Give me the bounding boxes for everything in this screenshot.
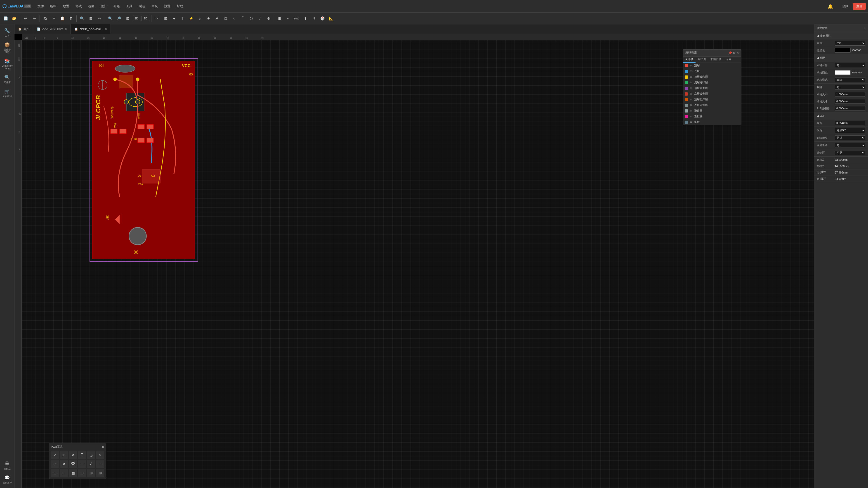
3d-view-button[interactable]: 🎲 [318, 14, 327, 23]
pcb-grid-tool[interactable]: ⊞ [96, 469, 104, 477]
tab-schematic[interactable]: 📄 AAA Joule Thief ✕ [33, 24, 71, 34]
other-section-header[interactable]: ◀ 其它 [814, 112, 868, 120]
menu-advanced[interactable]: 高級 [149, 3, 160, 10]
prop-copper-fill-dropdown[interactable]: 可見 隱藏 [835, 150, 865, 155]
sidebar-item-build[interactable]: 🏛 立創立 [1, 459, 13, 472]
layer-row-bottom-silk[interactable]: 👁 底層絲印層 [683, 80, 741, 86]
layers-pin-icon[interactable]: 📌 [728, 51, 732, 55]
pcb-copper-tool[interactable]: ▦ [69, 469, 77, 477]
view-3d-button[interactable]: 3D [141, 15, 150, 21]
pcb-drc-tool[interactable]: ✕ [69, 451, 77, 459]
view-2d-button[interactable]: 2D [132, 15, 141, 21]
layer-eye-board-outline[interactable]: 👁 [690, 115, 692, 118]
layer-eye-bottom-silk[interactable]: 👁 [690, 81, 692, 84]
zoom-out-button[interactable]: 🔎 [115, 14, 123, 23]
menu-design[interactable]: 設計 [98, 3, 110, 10]
measure-button[interactable]: ↔ [284, 14, 292, 23]
cut-button[interactable]: ✂ [50, 14, 58, 23]
prop-corner-dropdown[interactable]: 線條90° 圓弧 [835, 128, 865, 133]
layer-tab-copper[interactable]: 銅箔層 [695, 57, 708, 63]
undo-button[interactable]: ↩ [22, 14, 30, 23]
layer-eye-bottom-mask[interactable]: 👁 [690, 104, 692, 107]
notification-bell-icon[interactable]: 🔔 [828, 4, 833, 9]
pcb-arc-tool[interactable]: ◷ [87, 451, 95, 459]
component-button[interactable]: ◈ [204, 14, 213, 23]
layer-row-top-paste[interactable]: 👁 頂層鍍青層 [683, 86, 741, 91]
canvas-area[interactable]: -100 -5 0 5 10 15 20 25 30 35 40 45 50 5… [14, 34, 814, 488]
tab-pcb[interactable]: 📋 *PCB_AAA Joul... ✕ [71, 24, 111, 34]
layer-eye-top-mask[interactable]: 👁 [690, 98, 692, 101]
arc-button[interactable]: ⌒ [239, 14, 247, 23]
sidebar-item-library[interactable]: 📚 CommonlyLibrary [1, 57, 13, 72]
grid-section-header[interactable]: ◀ 網格 [814, 54, 868, 62]
tab-schematic-close[interactable]: ✕ [65, 28, 67, 31]
sidebar-item-tools[interactable]: 🔧 工具 [1, 26, 13, 39]
sidebar-item-support[interactable]: 💬 技術支持 [1, 473, 13, 486]
layer-row-top-mask[interactable]: 👁 頂層阻焊層 [683, 97, 741, 102]
prop-alt-grid-input[interactable]: 0.500mm [835, 99, 865, 104]
prop-grid-size-input[interactable]: 1.000mm [835, 92, 865, 97]
prop-line-width-input[interactable]: 0.254mm [835, 121, 865, 125]
menu-file[interactable]: 文件 [35, 3, 46, 10]
layer-row-ratsnest[interactable]: 👁 飛線層 [683, 108, 741, 113]
canvas-properties-header[interactable]: ◀ 畫布屬性 [814, 32, 868, 39]
line-button[interactable]: / [256, 14, 264, 23]
annotate-button[interactable]: ✏ [95, 14, 103, 23]
menu-settings[interactable]: 設置 [161, 3, 173, 10]
redo-button[interactable]: ↪ [30, 14, 38, 23]
sidebar-item-search[interactable]: 🔍 元件庫 [1, 73, 13, 86]
pcb-via-tool[interactable]: ⊕ [60, 451, 68, 459]
menu-format[interactable]: 格式 [73, 3, 85, 10]
search-button[interactable]: 🔍 [78, 14, 86, 23]
prop-grid-visible-dropdown[interactable]: 是 否 [835, 63, 865, 68]
pcb-circle-tool[interactable]: ○ [96, 451, 104, 459]
bus-button[interactable]: ⊟ [161, 14, 169, 23]
layer-eye-top-silk[interactable]: 👁 [690, 75, 692, 78]
polygon-button[interactable]: ⬡ [247, 14, 255, 23]
paste-button[interactable]: 📋 [58, 14, 66, 23]
junction-button[interactable]: ● [170, 14, 178, 23]
net-label-button[interactable]: ⊤ [179, 14, 187, 23]
layer-eye-bottom[interactable]: 👁 [690, 70, 692, 73]
pcb-canvas[interactable]: VCC R4 R5 [22, 40, 814, 488]
text-button[interactable]: A [213, 14, 221, 23]
new-file-button[interactable]: 📄 [2, 14, 10, 23]
pcb-cutout-tool[interactable]: ⊞ [87, 469, 95, 477]
pcb-image-tool[interactable]: 🖼 [69, 460, 77, 468]
circle-button[interactable]: ○ [230, 14, 238, 23]
layer-row-top-silk[interactable]: 👁 頂層絲印層 [683, 74, 741, 80]
tab-pcb-close[interactable]: ✕ [105, 28, 107, 31]
pcb-delete-tool[interactable]: ✕ [60, 460, 68, 468]
bg-color-swatch[interactable] [835, 48, 850, 53]
copy-button[interactable]: ⧉ [41, 14, 49, 23]
prop-snap-dropdown[interactable]: 是 否 [835, 85, 865, 90]
pcb-angle-tool[interactable]: ∠ [87, 460, 95, 468]
find-component-button[interactable]: ⊞ [87, 14, 95, 23]
menu-edit[interactable]: 編輯 [48, 3, 59, 10]
ground-button[interactable]: ⏚ [196, 14, 204, 23]
open-file-button[interactable]: 📂 [10, 14, 19, 23]
pcb-cross-tool[interactable]: ⊡ [51, 469, 59, 477]
menu-route[interactable]: 布線 [111, 3, 123, 10]
grid-color-swatch[interactable] [835, 70, 850, 75]
layers-settings-icon[interactable]: ⚙ [733, 51, 736, 55]
layer-row-bottom[interactable]: 👁 底層 [683, 68, 741, 74]
layer-row-bottom-mask[interactable]: 👁 底層阻焊層 [683, 102, 741, 108]
pcb-tools-close-icon[interactable]: ✕ [102, 445, 104, 449]
login-button[interactable]: 登錄 [839, 3, 852, 10]
pcb-keepout-tool[interactable]: ⊟ [78, 469, 86, 477]
copper-fill-button[interactable]: ▦ [276, 14, 284, 23]
menu-tools[interactable]: 工具 [123, 3, 135, 10]
prop-routing-conflict-dropdown[interactable]: 阻擋 允許 [835, 135, 865, 140]
delete-button[interactable]: 🗑 [67, 14, 75, 23]
prop-move-over-dropdown[interactable]: 是 否 [835, 143, 865, 148]
layer-row-board-outline[interactable]: 👁 邊框層 [683, 113, 741, 119]
menu-view[interactable]: 視圖 [86, 3, 97, 10]
layer-row-bottom-paste[interactable]: 👁 底層鍍青層 [683, 91, 741, 97]
import-button[interactable]: ⬇ [310, 14, 318, 23]
pcb-route-tool[interactable]: ↗ [51, 451, 59, 459]
layer-tab-non-copper[interactable]: 非銅箔層 [708, 57, 723, 63]
pcb-rect-tool[interactable]: □ [60, 469, 68, 477]
pcb-dot-tool[interactable]: ⋯ [96, 460, 104, 468]
layer-eye-ratsnest[interactable]: 👁 [690, 109, 692, 112]
